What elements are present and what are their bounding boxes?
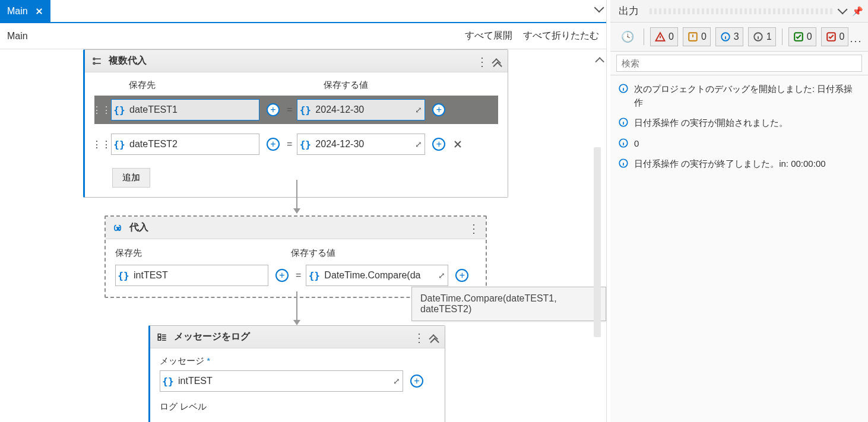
filter-fail-button[interactable]: 0 bbox=[821, 27, 849, 46]
count: 0 bbox=[669, 31, 674, 42]
scrollbar-thumb[interactable] bbox=[594, 147, 601, 337]
brace-icon: {} bbox=[160, 376, 176, 387]
col-header-value: 保存する値 bbox=[324, 80, 368, 91]
tabs-dropdown[interactable] bbox=[594, 5, 601, 14]
more-menu-icon[interactable] bbox=[476, 56, 488, 68]
expand-editor-icon[interactable]: ⤢ bbox=[436, 271, 448, 280]
chevron-down-icon[interactable] bbox=[838, 5, 845, 17]
filter-info-button[interactable]: 3 bbox=[715, 27, 743, 46]
message-expression-input[interactable]: {} intTEST ⤢ bbox=[160, 370, 403, 392]
brace-icon: {} bbox=[116, 270, 131, 281]
trace-icon bbox=[752, 31, 764, 43]
filter-success-button[interactable]: 0 bbox=[788, 27, 816, 46]
output-title: 出力 bbox=[619, 4, 639, 18]
message-label: メッセージ * bbox=[160, 356, 435, 367]
collapse-icon[interactable] bbox=[494, 57, 502, 68]
drag-handle-icon[interactable]: ⋮⋮ bbox=[97, 138, 106, 150]
chevron-down-icon bbox=[594, 5, 601, 14]
assign-row[interactable]: {} intTEST + = {} DateTime.Compare(da ⤢ … bbox=[115, 265, 476, 286]
file-header: Main すべて展開 すべて折りたたむ bbox=[0, 23, 606, 49]
drag-handle-icon[interactable]: ⋮⋮ bbox=[97, 104, 106, 116]
add-icon[interactable]: + bbox=[267, 138, 280, 151]
filter-error-button[interactable]: 0 bbox=[650, 27, 678, 46]
log-text: 日付系操作 の実行が開始されました。 bbox=[634, 116, 861, 130]
toolbar-menu-icon[interactable] bbox=[850, 36, 862, 47]
assign-row[interactable]: ⋮⋮ {} dateTEST1 + = {} 2024-12-30 ⤢ + bbox=[94, 96, 498, 124]
output-search bbox=[610, 52, 868, 75]
svg-point-0 bbox=[93, 58, 95, 59]
activity-header[interactable]: x 代入 bbox=[106, 217, 486, 239]
more-menu-icon[interactable] bbox=[468, 223, 480, 235]
add-icon[interactable]: + bbox=[455, 269, 468, 282]
count: 0 bbox=[840, 31, 845, 42]
log-entry[interactable]: 次のプロジェクトのデバッグを開始しました: 日付系操作 bbox=[613, 79, 866, 113]
pin-icon[interactable]: 📌 bbox=[852, 6, 863, 17]
output-log-list[interactable]: 次のプロジェクトのデバッグを開始しました: 日付系操作 日付系操作 の実行が開始… bbox=[610, 75, 868, 422]
add-icon[interactable]: + bbox=[275, 269, 289, 282]
delete-row-icon[interactable] bbox=[452, 139, 463, 150]
info-icon bbox=[617, 157, 629, 169]
value-expression-input[interactable]: {} 2024-12-30 ⤢ bbox=[297, 99, 425, 120]
filter-trace-button[interactable]: 1 bbox=[748, 27, 776, 46]
activity-title: 代入 bbox=[129, 221, 148, 234]
dest-expression-input[interactable]: {} dateTEST2 bbox=[111, 134, 259, 155]
count: 1 bbox=[766, 31, 772, 42]
add-icon[interactable]: + bbox=[267, 103, 280, 116]
expand-editor-icon[interactable]: ⤢ bbox=[391, 376, 403, 386]
search-input[interactable] bbox=[616, 55, 862, 72]
add-row-button[interactable]: 追加 bbox=[112, 168, 150, 188]
close-icon[interactable] bbox=[35, 7, 43, 15]
tab-main[interactable]: Main bbox=[0, 0, 50, 22]
add-icon[interactable]: + bbox=[410, 375, 423, 388]
output-panel-header[interactable]: 出力 📌 bbox=[610, 0, 868, 23]
brace-icon: {} bbox=[297, 139, 313, 150]
expand-editor-icon[interactable]: ⤢ bbox=[413, 105, 425, 115]
assign-icon: x bbox=[112, 222, 123, 234]
add-icon[interactable]: + bbox=[432, 138, 445, 151]
collapse-icon[interactable] bbox=[431, 333, 439, 344]
equals-label: = bbox=[287, 139, 292, 150]
expr-text: 2024-12-30 bbox=[313, 139, 413, 150]
log-entry[interactable]: 日付系操作 の実行が終了しました。in: 00:00:00 bbox=[613, 154, 866, 174]
output-toolbar: 🕓 0 0 3 1 bbox=[610, 23, 868, 52]
svg-rect-4 bbox=[158, 337, 161, 340]
activity-header[interactable]: メッセージをログ bbox=[150, 326, 445, 348]
expr-text: dateTEST1 bbox=[127, 104, 259, 115]
log-text: 次のプロジェクトのデバッグを開始しました: 日付系操作 bbox=[634, 83, 861, 109]
log-entry[interactable]: 0 bbox=[613, 134, 866, 154]
activity-title: 複数代入 bbox=[109, 55, 147, 67]
label-text: メッセージ bbox=[160, 356, 204, 366]
brace-icon: {} bbox=[112, 139, 127, 150]
brace-icon: {} bbox=[306, 270, 322, 281]
canvas-scroll-up[interactable] bbox=[597, 56, 604, 66]
value-expression-input[interactable]: {} 2024-12-30 ⤢ bbox=[297, 134, 425, 155]
flow-arrow bbox=[296, 180, 297, 213]
expand-all-button[interactable]: すべて展開 bbox=[465, 30, 512, 42]
workflow-canvas[interactable]: 複数代入 保存先 保存する値 ⋮⋮ {} dateTEST1 bbox=[0, 49, 606, 422]
add-icon[interactable]: + bbox=[432, 103, 445, 116]
activity-multi-assign[interactable]: 複数代入 保存先 保存する値 ⋮⋮ {} dateTEST1 bbox=[83, 49, 508, 198]
value-expression-input[interactable]: {} DateTime.Compare(da ⤢ bbox=[306, 265, 448, 286]
panel-grip-icon[interactable] bbox=[650, 8, 833, 14]
log-entry[interactable]: 日付系操作 の実行が開始されました。 bbox=[613, 113, 866, 134]
activity-body: メッセージ * {} intTEST ⤢ + ログ レベル bbox=[150, 348, 445, 422]
equals-label: = bbox=[296, 270, 301, 281]
assign-row[interactable]: ⋮⋮ {} dateTEST2 + = {} 2024-12-30 ⤢ + bbox=[94, 130, 498, 158]
col-header-value: 保存する値 bbox=[291, 248, 335, 259]
check-fail-icon bbox=[825, 31, 837, 43]
dest-expression-input[interactable]: {} intTEST bbox=[115, 265, 268, 286]
more-menu-icon[interactable] bbox=[413, 332, 425, 344]
toolbar-separator bbox=[782, 28, 783, 45]
activity-header[interactable]: 複数代入 bbox=[85, 50, 508, 72]
dest-expression-input[interactable]: {} dateTEST1 bbox=[111, 99, 259, 120]
expression-tooltip: DateTime.Compare(dateTEST1, dateTEST2) bbox=[411, 287, 606, 321]
expand-editor-icon[interactable]: ⤢ bbox=[413, 139, 425, 149]
collapse-all-button[interactable]: すべて折りたたむ bbox=[523, 30, 599, 42]
info-icon bbox=[720, 31, 731, 43]
expr-text: intTEST bbox=[131, 270, 268, 281]
activity-body: 保存先 保存する値 ⋮⋮ {} dateTEST1 + = {} 2024-12… bbox=[85, 72, 508, 197]
filter-warn-button[interactable]: 0 bbox=[683, 27, 711, 46]
activity-assign[interactable]: x 代入 保存先 保存する値 {} intTEST bbox=[104, 215, 487, 298]
activity-log-message[interactable]: メッセージをログ メッセージ * {} intTEST ⤢ + bbox=[148, 325, 445, 422]
history-button[interactable]: 🕓 bbox=[617, 27, 638, 46]
